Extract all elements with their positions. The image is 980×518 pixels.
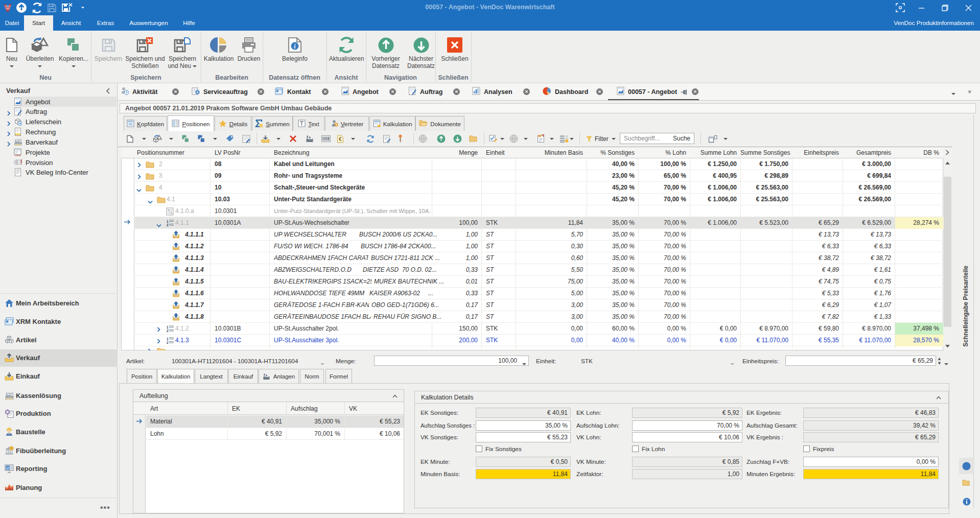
svg-text:1: 1 [167,325,169,329]
svg-text:1: 1 [167,220,169,223]
svg-text:2: 2 [167,341,169,344]
svg-text:1: 1 [167,337,169,341]
svg-text:€: € [339,136,342,142]
svg-text:2: 2 [167,223,169,227]
svg-text:2: 2 [167,329,169,333]
